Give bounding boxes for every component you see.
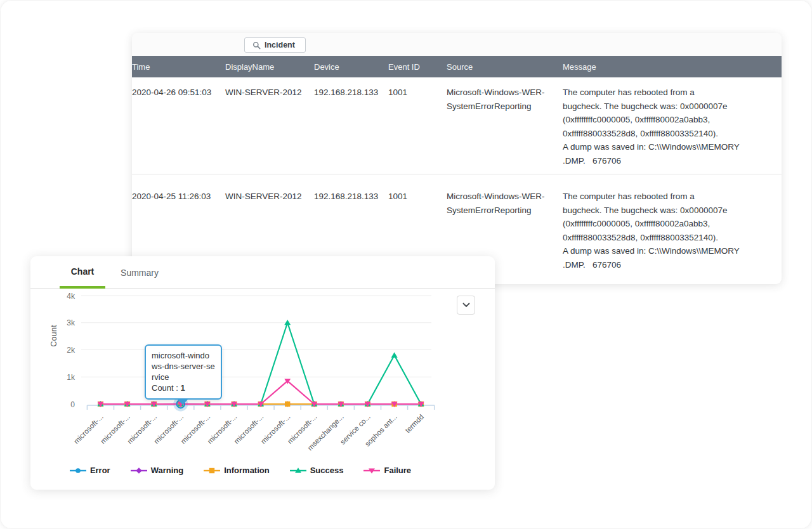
legend-label: Failure <box>384 466 411 475</box>
magnifier-incident-icon <box>252 41 261 49</box>
legend-label: Warning <box>151 466 184 475</box>
legend-item-information[interactable]: Information <box>204 466 270 475</box>
chart-legend: ErrorWarningInformationSuccessFailure <box>30 466 450 475</box>
tooltip-count-value: 1 <box>181 383 185 393</box>
svg-text:0: 0 <box>70 400 75 409</box>
column-header-time: Time <box>132 62 225 72</box>
table-row[interactable]: 2020-04-26 09:51:03 WIN-SERVER-2012 192.… <box>132 77 782 174</box>
legend-label: Error <box>90 466 110 475</box>
app-background: Incident Time DisplayName Device Event I… <box>0 0 812 529</box>
table-header-row: Time DisplayName Device Event ID Source … <box>132 56 782 77</box>
diamond-marker-icon <box>131 466 147 475</box>
tabs-bar: Chart Summary <box>30 256 495 289</box>
column-header-source: Source <box>447 62 563 72</box>
incident-button-label: Incident <box>265 41 295 49</box>
column-header-message: Message <box>563 62 766 72</box>
cell-time: 2020-04-26 09:51:03 <box>132 86 225 167</box>
triangle-up-marker-icon <box>290 466 306 475</box>
cell-displayname: WIN-SERVER-2012 <box>225 86 314 167</box>
cell-device: 192.168.218.133 <box>314 86 388 167</box>
svg-text:3k: 3k <box>67 318 75 327</box>
legend-label: Information <box>224 466 270 475</box>
cell-message: The computer has rebooted from abugcheck… <box>563 86 766 167</box>
tab-chart[interactable]: Chart <box>60 256 105 289</box>
svg-text:4k: 4k <box>67 292 75 301</box>
tab-summary[interactable]: Summary <box>115 256 164 289</box>
legend-label: Success <box>310 466 344 475</box>
legend-item-failure[interactable]: Failure <box>363 466 411 475</box>
cell-source: Microsoft-Windows-WER-SystemErrorReporti… <box>447 86 563 167</box>
chart-tooltip: microsoft-windows-dns-server-service Cou… <box>145 344 222 400</box>
cell-message: The computer has rebooted from abugcheck… <box>563 190 766 271</box>
events-toolbar: Incident <box>132 33 782 56</box>
legend-item-error[interactable]: Error <box>70 466 110 475</box>
svg-text:2k: 2k <box>67 346 75 355</box>
square-marker-icon <box>204 466 220 475</box>
column-header-displayname: DisplayName <box>225 62 314 72</box>
svg-text:1k: 1k <box>67 373 75 382</box>
chart-card: Chart Summary Count 01k2k3k4kmicrosoft-.… <box>30 256 495 490</box>
triangle-down-marker-icon <box>363 466 380 475</box>
svg-text:termdd: termdd <box>403 413 425 434</box>
column-header-device: Device <box>314 62 388 72</box>
column-header-eventid: Event ID <box>388 62 447 72</box>
events-table-card: Incident Time DisplayName Device Event I… <box>132 33 782 284</box>
legend-item-success[interactable]: Success <box>290 466 344 475</box>
tooltip-count: Count : 1 <box>152 382 215 393</box>
tooltip-service-name: microsoft-windows-dns-server-service <box>152 350 215 382</box>
table-body: 2020-04-26 09:51:03 WIN-SERVER-2012 192.… <box>132 77 782 278</box>
cell-eventid: 1001 <box>388 86 447 167</box>
legend-item-warning[interactable]: Warning <box>131 466 184 475</box>
line-chart: 01k2k3k4kmicrosoft-...microsoft-...micro… <box>30 289 495 455</box>
circle-marker-icon <box>70 466 86 475</box>
incident-button[interactable]: Incident <box>244 37 306 53</box>
